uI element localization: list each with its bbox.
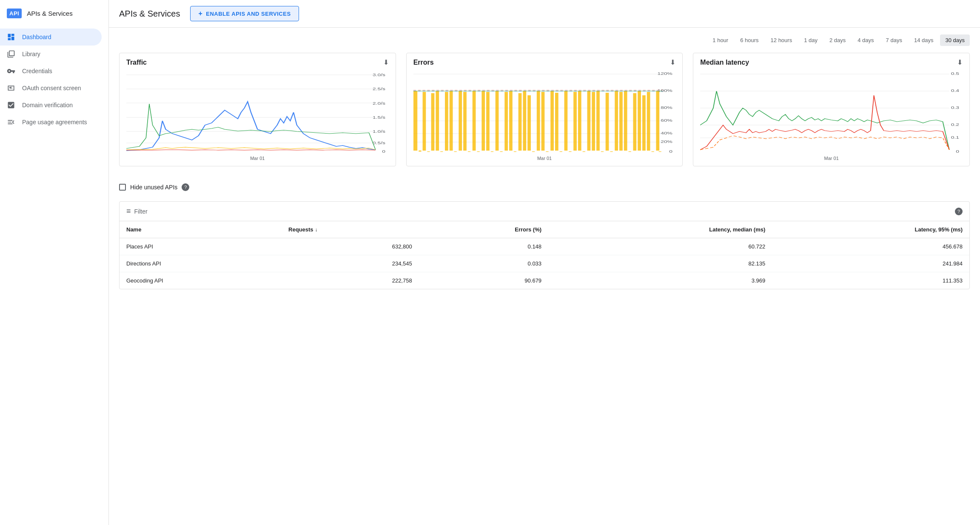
svg-rect-53 — [527, 95, 531, 151]
svg-rect-67 — [592, 92, 595, 151]
errors-chart-area: 120% 100% 80% 60% 40% 20% 0 — [413, 70, 676, 155]
svg-text:0: 0 — [956, 149, 960, 154]
svg-rect-41 — [472, 91, 476, 151]
sidebar-item-label-domain: Domain verification — [22, 102, 73, 108]
errors-chart-xlabel: Mar 01 — [413, 156, 676, 161]
filter-icon: ≡ — [126, 207, 131, 216]
row-2-errors: 90.679 — [419, 272, 548, 289]
row-2-name: Geocoding API — [120, 272, 282, 289]
api-table-container: ≡ Filter ? Name Requests ↓ — [119, 201, 970, 289]
svg-text:0: 0 — [382, 149, 385, 154]
sidebar-item-credentials[interactable]: Credentials — [0, 63, 102, 80]
enable-apis-button[interactable]: + ENABLE APIS AND SERVICES — [190, 6, 299, 21]
hide-unused-checkbox[interactable] — [119, 184, 126, 191]
traffic-chart-header: Traffic ⬇ — [126, 58, 389, 66]
svg-text:0.3: 0.3 — [951, 106, 959, 110]
sidebar-item-library[interactable]: Library — [0, 46, 102, 63]
latency-chart-area: 0.5 0.4 0.3 0.2 0.1 0 — [700, 70, 963, 155]
svg-rect-57 — [546, 151, 548, 152]
latency-download-icon[interactable]: ⬇ — [957, 58, 963, 66]
traffic-chart-panel: Traffic ⬇ 3.0/s 2.5/s 2.0/s 1.5/s 1.0/s … — [119, 53, 396, 166]
table-toolbar: ≡ Filter ? — [120, 202, 969, 221]
svg-rect-31 — [427, 151, 430, 152]
latency-chart-xlabel: Mar 01 — [700, 156, 963, 161]
api-logo: API — [7, 9, 22, 18]
sidebar-item-label-credentials: Credentials — [22, 68, 52, 74]
sidebar-item-label-library: Library — [22, 51, 40, 57]
svg-text:100%: 100% — [657, 88, 672, 93]
row-2-latency-median: 3.969 — [548, 272, 772, 289]
row-1-latency-median: 82.135 — [548, 255, 772, 272]
svg-text:2.5/s: 2.5/s — [373, 87, 385, 91]
hide-unused-help-icon[interactable]: ? — [182, 183, 189, 191]
svg-rect-69 — [601, 151, 604, 152]
time-btn-1day[interactable]: 1 day — [799, 34, 823, 46]
sidebar-item-label-page-usage: Page usage agreements — [22, 119, 87, 126]
svg-rect-61 — [564, 91, 567, 151]
time-btn-12hours[interactable]: 12 hours — [766, 34, 798, 46]
table-help-icon[interactable]: ? — [955, 208, 963, 215]
svg-rect-48 — [504, 92, 508, 151]
sidebar-header: API APIs & Services — [0, 3, 108, 25]
library-icon — [7, 50, 15, 58]
errors-chart-header: Errors ⬇ — [413, 58, 676, 66]
row-1-errors: 0.033 — [419, 255, 548, 272]
svg-rect-59 — [555, 93, 558, 151]
errors-download-icon[interactable]: ⬇ — [670, 58, 675, 66]
svg-rect-81 — [656, 91, 659, 151]
latency-chart-svg: 0.5 0.4 0.3 0.2 0.1 0 — [700, 70, 963, 155]
sidebar-item-oauth[interactable]: OAuth consent screen — [0, 80, 102, 97]
time-btn-30days[interactable]: 30 days — [940, 34, 970, 46]
svg-rect-28 — [413, 91, 417, 151]
latency-chart-panel: Median latency ⬇ 0.5 0.4 0.3 0.2 0.1 0 — [693, 53, 970, 166]
traffic-chart-area: 3.0/s 2.5/s 2.0/s 1.5/s 1.0/s 0.5/s 0 — [126, 70, 389, 155]
traffic-chart-title: Traffic — [126, 59, 147, 66]
svg-rect-46 — [495, 91, 499, 151]
svg-rect-42 — [477, 151, 479, 152]
svg-rect-50 — [514, 151, 516, 152]
plus-icon: + — [198, 10, 202, 17]
time-btn-2days[interactable]: 2 days — [824, 34, 851, 46]
credentials-icon — [7, 67, 15, 75]
page-usage-icon — [7, 118, 15, 126]
svg-text:20%: 20% — [661, 140, 672, 144]
table-row: Places API 632,800 0.148 60.722 456.678 — [120, 238, 969, 255]
svg-rect-47 — [500, 151, 502, 152]
time-btn-7days[interactable]: 7 days — [881, 34, 907, 46]
filter-row[interactable]: ≡ Filter — [126, 207, 148, 216]
time-btn-4days[interactable]: 4 days — [852, 34, 879, 46]
svg-text:0.4: 0.4 — [951, 88, 960, 93]
sidebar-item-page-usage[interactable]: Page usage agreements — [0, 114, 102, 131]
svg-rect-52 — [523, 91, 526, 151]
time-btn-14days[interactable]: 14 days — [909, 34, 939, 46]
svg-rect-70 — [605, 93, 609, 151]
svg-rect-65 — [582, 151, 585, 152]
svg-rect-38 — [459, 91, 462, 151]
svg-text:120%: 120% — [657, 71, 672, 76]
svg-text:1.5/s: 1.5/s — [373, 115, 385, 120]
svg-rect-45 — [491, 151, 493, 152]
traffic-download-icon[interactable]: ⬇ — [383, 58, 389, 66]
charts-row: Traffic ⬇ 3.0/s 2.5/s 2.0/s 1.5/s 1.0/s … — [119, 53, 970, 166]
time-btn-6hours[interactable]: 6 hours — [735, 34, 763, 46]
dashboard-icon — [7, 33, 15, 41]
row-2-requests: 222,758 — [282, 272, 419, 289]
sidebar-item-domain[interactable]: Domain verification — [0, 97, 102, 114]
latency-chart-title: Median latency — [700, 59, 749, 66]
sort-icon: ↓ — [315, 227, 318, 233]
svg-text:60%: 60% — [661, 118, 672, 123]
row-2-latency-95: 111.353 — [772, 272, 969, 289]
time-btn-1hour[interactable]: 1 hour — [707, 34, 733, 46]
row-0-latency-median: 60.722 — [548, 238, 772, 255]
col-header-latency-median: Latency, median (ms) — [548, 221, 772, 238]
svg-rect-66 — [587, 91, 590, 151]
sidebar-item-dashboard[interactable]: Dashboard — [0, 29, 102, 46]
svg-rect-40 — [468, 151, 470, 152]
row-0-requests: 632,800 — [282, 238, 419, 255]
svg-text:0.5/s: 0.5/s — [373, 141, 385, 145]
col-header-requests[interactable]: Requests ↓ — [282, 221, 419, 238]
svg-rect-77 — [638, 91, 641, 151]
svg-text:0.5: 0.5 — [951, 71, 960, 76]
svg-text:2.0/s: 2.0/s — [373, 101, 385, 106]
svg-rect-68 — [596, 91, 600, 151]
